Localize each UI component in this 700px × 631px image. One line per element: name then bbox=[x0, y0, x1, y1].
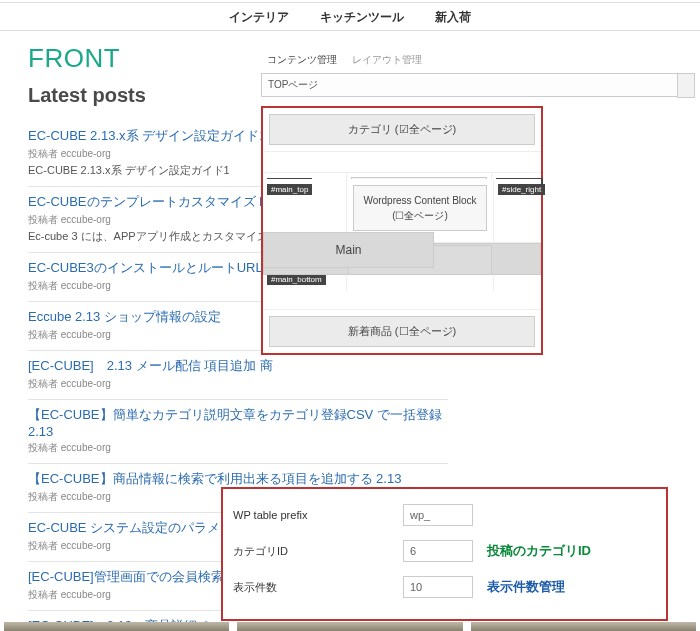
top-nav: インテリア キッチンツール 新入荷 bbox=[0, 2, 700, 31]
nav-item-interior[interactable]: インテリア bbox=[229, 9, 289, 26]
main-block[interactable]: Main bbox=[263, 232, 434, 268]
page-select[interactable]: TOPページ bbox=[261, 73, 679, 97]
admin-tabs: コンテンツ管理 レイアウト管理 bbox=[261, 53, 699, 67]
count-input[interactable]: 10 bbox=[403, 576, 473, 598]
setting-label: WP table prefix bbox=[233, 509, 403, 521]
setting-note: 表示件数管理 bbox=[487, 578, 565, 596]
wp-content-block2[interactable]: Wordpress Content Block (☐全ページ) bbox=[353, 185, 487, 231]
post-author: 投稿者 eccube-org bbox=[28, 377, 448, 391]
post-link[interactable]: 【EC-CUBE】簡単なカテゴリ説明文章をカテゴリ登録CSV で一括登録 2.1… bbox=[28, 406, 448, 439]
nav-item-new[interactable]: 新入荷 bbox=[435, 9, 471, 26]
setting-note: 投稿のカテゴリID bbox=[487, 542, 591, 560]
setting-label: カテゴリID bbox=[233, 544, 403, 559]
setting-row-prefix: WP table prefix wp_ bbox=[223, 497, 666, 533]
tab-layout-mgmt[interactable]: レイアウト管理 bbox=[346, 51, 428, 68]
main-top-tag2: #main_top bbox=[267, 184, 312, 195]
layout-new-items-bar[interactable]: 新着商品 (☐全ページ) bbox=[269, 316, 535, 347]
post-author: 投稿者 eccube-org bbox=[28, 441, 448, 455]
category-id-input[interactable]: 6 bbox=[403, 540, 473, 562]
post-link[interactable]: 【EC-CUBE】商品情報に検索で利用出来る項目を追加する 2.13 bbox=[28, 470, 448, 488]
bottom-image-strip bbox=[0, 622, 700, 631]
setting-label: 表示件数 bbox=[233, 580, 403, 595]
admin-panel: コンテンツ管理 レイアウト管理 TOPページ カテゴリ (☑全ページ) #mai… bbox=[261, 53, 699, 97]
main-bottom-tag2: #main_bottom bbox=[267, 274, 326, 285]
post-item: 【EC-CUBE】簡単なカテゴリ説明文章をカテゴリ登録CSV で一括登録 2.1… bbox=[28, 400, 448, 464]
prefix-input[interactable]: wp_ bbox=[403, 504, 473, 526]
nav-item-kitchen[interactable]: キッチンツール bbox=[320, 9, 404, 26]
layout-category-bar[interactable]: カテゴリ (☑全ページ) bbox=[269, 114, 535, 145]
settings-panel: WP table prefix wp_ カテゴリID 6 投稿のカテゴリID 表… bbox=[221, 487, 668, 621]
tab-content-mgmt[interactable]: コンテンツ管理 bbox=[261, 51, 343, 68]
post-link[interactable]: [EC-CUBE] 2.13 メール配信 項目追加 商 bbox=[28, 357, 448, 375]
setting-row-count: 表示件数 10 表示件数管理 bbox=[223, 569, 666, 605]
post-item: [EC-CUBE] 2.13 メール配信 項目追加 商 投稿者 eccube-o… bbox=[28, 351, 448, 400]
setting-row-category: カテゴリID 6 投稿のカテゴリID bbox=[223, 533, 666, 569]
side-right-tag2: #side_right bbox=[498, 184, 545, 195]
